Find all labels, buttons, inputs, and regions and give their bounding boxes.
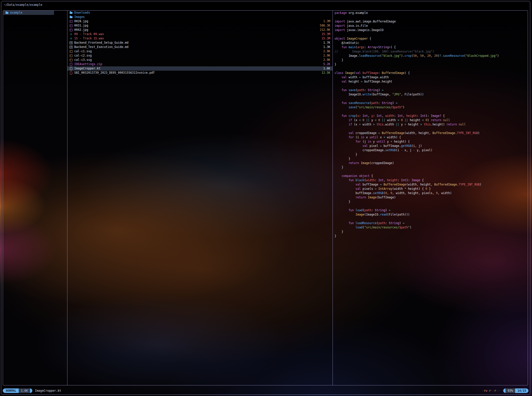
code-line [335,15,527,19]
file-name: Backend_Test_Execution_Guide.md [74,45,129,49]
audio-file-icon: ∩ [69,37,73,40]
folder-icon [69,16,73,19]
file-size-segment: 1.6K [19,388,30,393]
code-line: import java.io.File [335,24,527,28]
code-line [335,110,527,114]
parent-pane[interactable]: example [3,11,67,385]
code-line [335,32,527,37]
zip-file-icon [69,63,73,66]
code-line: } [335,58,527,62]
file-name: 0042.jpg [74,28,88,32]
file-list-pane[interactable]: DownloadsImages0028.jpg1.3M0031.jpg586.3… [67,11,333,385]
file-size: 12.5K [319,71,330,75]
code-line: fun saveResource(path: String) = [335,101,527,105]
code-line: fun crop(x: Int, y: Int, width: Int, hei… [335,114,527,118]
breadcrumb-path: ~/Data/example/example [4,3,42,7]
image-file-icon [69,29,73,32]
file-row[interactable]: ImageCropper.kt1.6K [67,66,333,71]
file-size: 2.9K [321,54,330,58]
file-row[interactable]: cal-c3.svg2.9K [67,58,333,62]
code-line: } [335,230,527,234]
file-name: cal-c2.svg [74,54,92,58]
code-line: } [335,152,527,157]
code-line: Image.loadResource("black.jpg").crop(50,… [335,54,527,58]
file-size: 1.6K [321,66,330,71]
file-row[interactable]: MBackend_Frontend_Setup_Guide.md1.7K [67,41,333,45]
code-line [335,127,527,131]
mode-indicator: NORMAL [3,388,19,393]
file-row[interactable]: cal-c2.svg2.9K [67,54,333,58]
code-line: fun load(path: String) = [335,208,527,213]
file-name: 15 - Track 15.wav [74,36,104,41]
code-line: import javax.imageio.ImageIO [335,28,527,32]
code-line: class Image(val buffImage: BufferedImage… [335,71,527,75]
file-row[interactable]: cal-c1.svg2.9K [67,49,333,54]
code-line [335,97,527,101]
svg-file-icon [69,50,73,53]
terminal-window: ~/Data/example/example example Downloads… [1,1,530,395]
file-row[interactable]: ∩09 - Track 09.wav15.3M [67,32,333,36]
code-line [335,170,527,174]
file-row[interactable]: IDEAsettings.zip5.2K [67,62,333,66]
file-name: ImageCropper.kt [74,66,100,71]
code-line [335,217,527,221]
file-row[interactable]: SBI_0032013739_2023_DE05_0003155631Invoi… [67,71,333,75]
code-line: } [335,62,527,67]
markdown-file-icon: M [69,41,73,44]
code-line: val pixels = IntArray(width * height) { … [335,187,527,191]
code-line: if (x + width > this.width || y + height… [335,122,527,127]
markdown-file-icon: M [69,46,73,48]
file-size: 1.3K [321,45,330,49]
file-name: Backend_Frontend_Setup_Guide.md [74,41,129,45]
file-size: 5.2K [321,62,330,66]
code-line: fun black(width: Int, height: Int): Imag… [335,178,527,182]
code-line [335,204,527,208]
file-name: cal-c3.svg [74,58,92,62]
svg-file-icon [69,59,73,62]
code-line [335,84,527,88]
file-size: 15.3M [319,36,330,41]
code-line: object ImageCropper { [335,37,527,41]
code-line: package org.example [335,11,527,15]
code-line: return Image(buffImage) [335,195,527,200]
file-row[interactable]: example [3,11,54,15]
code-line: buffImage.setRGB(0, 0, width, height, pi… [335,191,527,195]
kotlin-file-icon [69,67,73,70]
file-name: 0028.jpg [74,19,88,23]
file-row[interactable]: ∩15 - Track 15.wav15.3M [67,36,333,41]
file-name: SBI_0032013739_2023_DE05_0003155631Invoi… [74,71,155,75]
file-row[interactable]: Downloads [67,11,333,15]
status-right: -rw-r--r-- 93% 14/15 [482,388,528,393]
code-line: save("src/main/resources/$path") [335,105,527,110]
code-line: // Image.black(100, 100).saveResource("b… [335,49,527,54]
code-line: return Image(croppedImage) [335,161,527,165]
file-row[interactable]: MBackend_Test_Execution_Guide.md1.3K [67,45,333,49]
file-row[interactable]: 0042.jpg212.9K [67,28,333,32]
code-line: } [335,200,527,204]
folder-icon [5,11,9,14]
status-filename: ImageCropper.kt [35,389,61,393]
code-line: Image(ImageIO.read(File(path))) [335,213,527,217]
file-row[interactable]: 0028.jpg1.3M [67,19,333,23]
file-name: 09 - Track 09.wav [74,32,104,36]
pill-cap-icon [30,388,32,393]
code-line: val croppedImage = BufferedImage(width, … [335,131,527,135]
permissions-text: -rw-r--r-- [482,389,499,393]
code-line [335,67,527,71]
code-line: fun save(path: String) = [335,88,527,92]
code-line: croppedImage.setRGB(i - x, j - y, pixel) [335,148,527,152]
file-row[interactable]: Images [67,15,333,19]
code-line: companion object { [335,174,527,178]
file-size: 1.3M [321,19,330,23]
preview-pane[interactable]: package org.exampleimport java.awt.image… [333,11,528,385]
code-line: } [335,165,527,170]
status-left: NORMAL 1.6K ImageCropper.kt [3,388,61,393]
code-line: val buffImage = BufferedImage(width, hei… [335,182,527,187]
pdf-file-icon [69,71,73,74]
code-line: val pixel = buffImage.getRGB(i, j) [335,144,527,148]
code-line: if (x < 0 || y < 0 || width < 0 || heigh… [335,118,527,122]
file-name: IDEAsettings.zip [74,62,102,66]
file-row[interactable]: 0031.jpg586.3K [67,23,333,28]
scroll-percent: 93% [505,388,515,393]
file-size: 1.7K [321,41,330,45]
